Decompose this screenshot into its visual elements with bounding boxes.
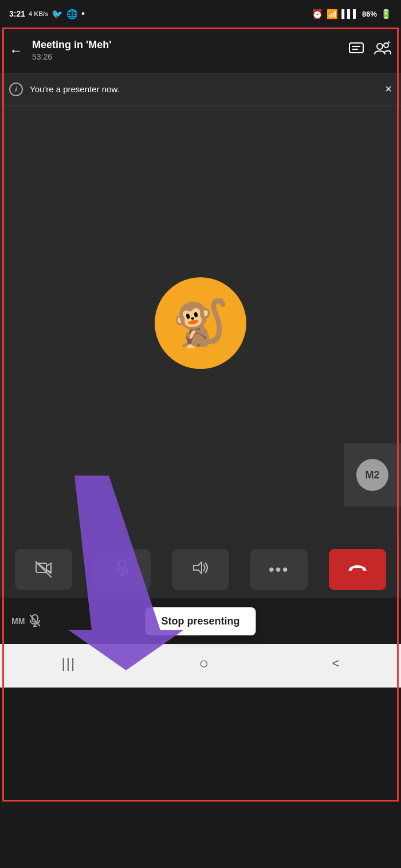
globe-icon: 🌐 xyxy=(66,9,78,19)
time-display: 3:21 xyxy=(9,9,25,18)
nav-bar: ||| ○ < xyxy=(0,644,401,688)
svg-text:+: + xyxy=(387,41,391,45)
video-off-button[interactable] xyxy=(15,549,72,590)
svg-rect-0 xyxy=(349,43,363,53)
user-initials: MM xyxy=(11,616,25,626)
dot-icon: • xyxy=(81,9,85,19)
status-bar-left: 3:21 4 KB/s 🐦 🌐 • xyxy=(9,9,85,19)
speaker-button[interactable] xyxy=(172,549,229,590)
mic-off-icon xyxy=(115,560,129,580)
back-button[interactable]: ← xyxy=(9,42,23,58)
alarm-icon: ⏰ xyxy=(312,9,323,19)
meeting-header: ← Meeting in 'Meh' 53:26 + xyxy=(0,28,401,73)
monkey-emoji: 🐒 xyxy=(172,296,229,350)
network-speed: 4 KB/s xyxy=(29,10,48,17)
mic-off-indicator xyxy=(29,614,41,629)
meeting-title: Meeting in 'Meh' xyxy=(32,39,339,51)
battery-icon: 🔋 xyxy=(380,9,392,19)
twitter-icon: 🐦 xyxy=(52,9,63,19)
battery-level: 86% xyxy=(362,10,377,18)
end-call-button[interactable] xyxy=(329,549,386,590)
signal-icon: ▌▌▌ xyxy=(341,9,359,18)
participant-initials: M2 xyxy=(365,469,379,481)
banner-close-button[interactable]: × xyxy=(385,83,392,96)
svg-rect-8 xyxy=(36,563,46,572)
nav-back-icon[interactable]: < xyxy=(332,656,340,671)
bottom-bar: MM Stop presenting xyxy=(0,598,401,644)
status-bar-right: ⏰ 📶 ▌▌▌ 86% 🔋 xyxy=(312,9,392,19)
main-video-area: 🐒 M2 xyxy=(0,105,401,541)
header-title-block: Meeting in 'Meh' 53:26 xyxy=(32,39,339,61)
user-label: MM xyxy=(11,614,41,629)
speaker-icon xyxy=(192,561,209,579)
more-icon: ••• xyxy=(269,560,289,579)
controls-bar: ••• xyxy=(0,541,401,598)
participants-icon[interactable]: + xyxy=(374,41,392,60)
nav-menu-icon[interactable]: ||| xyxy=(62,655,76,671)
video-off-icon xyxy=(35,561,52,579)
info-icon: i xyxy=(9,83,23,96)
presenter-banner: i You're a presenter now. × xyxy=(0,73,401,105)
svg-point-3 xyxy=(377,44,383,49)
presenter-avatar: 🐒 xyxy=(155,277,246,369)
header-icons: + xyxy=(348,41,392,60)
svg-marker-14 xyxy=(194,562,202,574)
participant-avatar: M2 xyxy=(356,459,388,491)
more-button[interactable]: ••• xyxy=(250,549,308,590)
meeting-duration: 53:26 xyxy=(32,52,339,61)
mic-off-button[interactable] xyxy=(93,549,151,590)
stop-presenting-label: Stop presenting xyxy=(161,615,239,627)
status-bar: 3:21 4 KB/s 🐦 🌐 • ⏰ 📶 ▌▌▌ 86% 🔋 xyxy=(0,0,401,28)
end-call-icon xyxy=(347,561,368,578)
participant-thumbnail: M2 xyxy=(344,443,401,506)
stop-presenting-button[interactable]: Stop presenting xyxy=(145,607,255,635)
wifi-icon: 📶 xyxy=(327,9,338,19)
chat-icon[interactable] xyxy=(348,42,364,59)
presenter-text: You're a presenter now. xyxy=(30,84,378,94)
nav-home-icon[interactable]: ○ xyxy=(199,654,209,673)
